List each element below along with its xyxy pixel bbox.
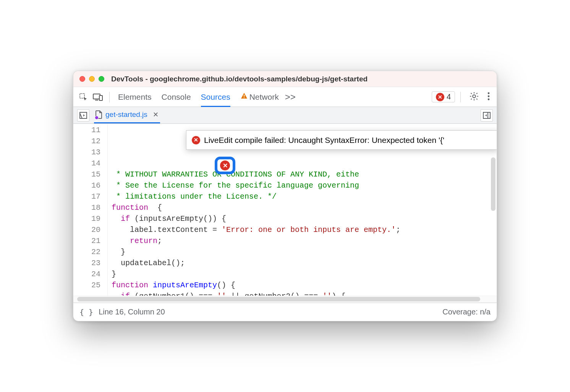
window-title: DevTools - googlechrome.github.io/devtoo… xyxy=(111,75,368,83)
source-editor[interactable]: 111213141516171819202122232425 ✕ LiveEdi… xyxy=(73,124,497,296)
line-number[interactable]: 16 xyxy=(73,180,100,191)
tab-network-label: Network xyxy=(249,92,279,102)
horizontal-scrollbar-thumb[interactable] xyxy=(77,297,480,301)
code-line[interactable]: * See the License for the specific langu… xyxy=(112,180,497,191)
error-icon: ✕ xyxy=(436,93,444,101)
file-tab-active[interactable]: get-started.js ✕ xyxy=(94,107,160,123)
tab-elements[interactable]: Elements xyxy=(118,87,152,107)
svg-rect-4 xyxy=(244,95,245,97)
pretty-print-button[interactable]: { } xyxy=(79,308,93,317)
line-number[interactable]: 11 xyxy=(73,125,100,136)
tooltip-message: LiveEdit compile failed: Uncaught Syntax… xyxy=(204,134,444,146)
code-line[interactable]: } xyxy=(112,269,497,280)
tab-network[interactable]: Network xyxy=(240,87,279,107)
show-navigator-button[interactable] xyxy=(77,109,89,121)
code-line[interactable]: updateLabel(); xyxy=(112,258,497,269)
line-number[interactable]: 15 xyxy=(73,169,100,180)
line-number[interactable]: 21 xyxy=(73,235,100,246)
code-line[interactable]: function inputsAreEmpty() { xyxy=(112,280,497,291)
settings-button[interactable] xyxy=(466,91,482,103)
code-line[interactable]: * WITHOUT WARRANTIES OR CONDITIONS OF AN… xyxy=(112,169,497,180)
svg-point-7 xyxy=(488,92,490,94)
line-number[interactable]: 14 xyxy=(73,158,100,169)
cursor-position: Line 16, Column 20 xyxy=(99,308,165,316)
code-line[interactable]: label.textContent = 'Error: one or both … xyxy=(112,224,497,235)
error-tooltip: ✕ LiveEdit compile failed: Uncaught Synt… xyxy=(186,130,497,150)
maximize-window-button[interactable] xyxy=(99,76,104,82)
svg-rect-3 xyxy=(99,96,102,100)
titlebar: DevTools - googlechrome.github.io/devtoo… xyxy=(73,71,497,87)
line-number[interactable]: 23 xyxy=(73,258,100,269)
line-number[interactable]: 17 xyxy=(73,191,100,202)
sources-subbar: get-started.js ✕ xyxy=(73,107,497,124)
panel-tabs: Elements Console Sources Network xyxy=(115,87,279,107)
tab-sources[interactable]: Sources xyxy=(201,87,230,107)
horizontal-scrollbar-track[interactable] xyxy=(73,296,497,303)
devtools-window: DevTools - googlechrome.github.io/devtoo… xyxy=(73,71,497,321)
tab-console[interactable]: Console xyxy=(162,87,191,107)
show-debugger-button[interactable] xyxy=(481,109,493,121)
traffic-lights xyxy=(79,76,104,82)
code-line[interactable]: if (inputsAreEmpty()) { xyxy=(112,213,497,224)
code-line[interactable]: if (getNumber1() === '' || getNumber2() … xyxy=(112,291,497,296)
vertical-scrollbar[interactable] xyxy=(491,157,496,211)
error-count: 4 xyxy=(447,92,451,101)
warning-icon xyxy=(240,92,248,102)
file-tab-name: get-started.js xyxy=(105,110,147,119)
inspect-element-icon[interactable] xyxy=(77,91,89,103)
code-line[interactable]: } xyxy=(112,246,497,258)
main-toolbar: Elements Console Sources Network >> ✕ 4 xyxy=(73,87,497,107)
code-content[interactable]: ✕ LiveEdit compile failed: Uncaught Synt… xyxy=(108,124,497,296)
line-number[interactable]: 24 xyxy=(73,269,100,280)
toolbar-divider xyxy=(460,92,461,102)
line-number-gutter[interactable]: 111213141516171819202122232425 xyxy=(73,124,108,296)
code-line[interactable]: return; xyxy=(112,235,497,246)
more-tabs-button[interactable]: >> xyxy=(281,92,300,102)
line-number[interactable]: 19 xyxy=(73,213,100,224)
status-bar: { } Line 16, Column 20 Coverage: n/a xyxy=(73,303,497,321)
line-number[interactable]: 20 xyxy=(73,224,100,235)
close-tab-button[interactable]: ✕ xyxy=(153,110,159,119)
line-number[interactable]: 22 xyxy=(73,246,100,258)
line-number[interactable]: 13 xyxy=(73,147,100,158)
svg-point-9 xyxy=(488,98,490,100)
error-marker-icon: ✕ xyxy=(220,160,230,170)
line-number[interactable]: 18 xyxy=(73,202,100,213)
modified-indicator-icon xyxy=(95,116,99,120)
code-line[interactable]: function { xyxy=(112,202,497,213)
svg-point-8 xyxy=(488,95,490,97)
error-count-badge[interactable]: ✕ 4 xyxy=(432,91,455,102)
minimize-window-button[interactable] xyxy=(89,76,95,82)
line-number[interactable]: 12 xyxy=(73,136,100,147)
device-toolbar-icon[interactable] xyxy=(92,91,104,103)
svg-point-6 xyxy=(473,95,476,98)
close-window-button[interactable] xyxy=(79,76,85,82)
code-line[interactable]: * limitations under the License. */ xyxy=(112,191,497,202)
error-marker-highlight: ✕ xyxy=(215,157,235,174)
error-icon: ✕ xyxy=(192,136,200,144)
toolbar-divider xyxy=(109,92,110,102)
coverage-status: Coverage: n/a xyxy=(442,308,491,316)
js-file-icon xyxy=(96,110,102,119)
line-number[interactable]: 25 xyxy=(73,280,100,291)
svg-rect-5 xyxy=(244,97,245,98)
more-options-button[interactable] xyxy=(484,92,493,102)
